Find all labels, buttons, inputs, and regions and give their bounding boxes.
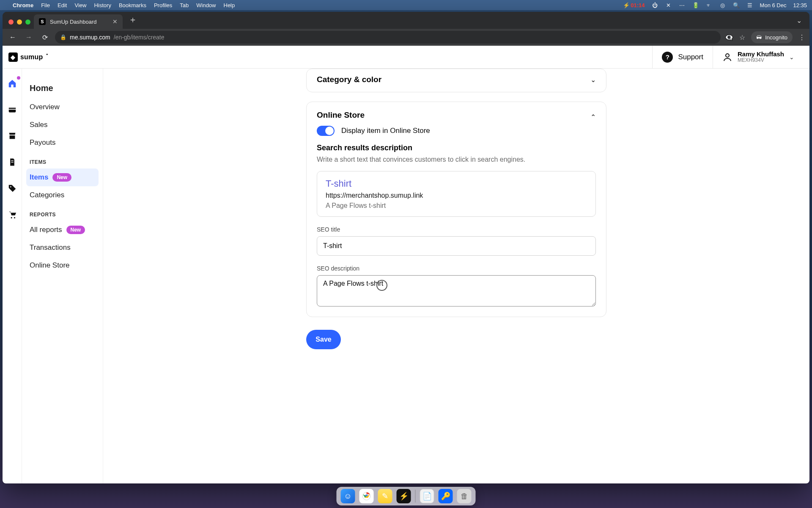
seo-title-input[interactable] [317,236,596,256]
dock-notes-icon[interactable]: ✎ [378,489,392,503]
browser-toolbar: ← → ⟳ 🔒 me.sumup.com/en-gb/items/create … [3,29,809,46]
svg-point-2 [11,217,12,218]
save-button[interactable]: Save [306,330,341,349]
logo-text: sumup [20,53,43,61]
sidebar: Home Overview Sales Payouts ITEMS Items … [22,69,103,483]
dock-textedit-icon[interactable]: 📄 [420,489,434,503]
address-bar[interactable]: 🔒 me.sumup.com/en-gb/items/create [55,31,721,44]
sidebar-item-all-reports[interactable]: All reports New [26,221,99,239]
sidebar-label-online-store: Online Store [30,261,70,270]
control-center-icon[interactable]: ☰ [746,2,753,8]
incognito-label: Incognito [765,34,787,41]
menu-view[interactable]: View [74,2,86,8]
menu-help[interactable]: Help [224,2,235,8]
rail-home-icon[interactable] [7,78,18,89]
sidebar-item-payouts[interactable]: Payouts [26,134,99,152]
dock-terminal-icon[interactable]: ⚡ [397,489,411,503]
display-item-toggle[interactable] [317,126,335,136]
new-tab-button[interactable]: ＋ [123,14,143,29]
nav-back-button[interactable]: ← [7,31,19,43]
browser-window: S SumUp Dashboard ✕ ＋ ⌄ ← → ⟳ 🔒 me.sumup… [3,12,809,483]
sidebar-item-online-store[interactable]: Online Store [26,257,99,274]
battery-time-indicator[interactable]: ⚡01:14 [623,2,645,8]
chevron-up-icon[interactable]: ⌃ [590,113,596,121]
sidebar-item-items[interactable]: Items New [26,168,99,186]
brand-logo[interactable]: ◆ sumup• [8,52,47,62]
window-zoom-button[interactable] [25,19,30,25]
menu-profiles[interactable]: Profiles [154,2,172,8]
menubar-date[interactable]: Mon 6 Dec [760,2,787,8]
wifi-icon[interactable]: ᯤ [706,2,713,8]
sidebar-item-categories[interactable]: Categories [26,186,99,204]
browser-menu-button[interactable]: ⋮ [798,33,805,41]
incognito-icon: 🕶 [756,34,762,41]
account-menu[interactable]: Ramy Khuffash MEXH934V ⌄ [713,46,804,68]
sidebar-item-sales[interactable]: Sales [26,116,99,134]
window-minimize-button[interactable] [17,19,22,25]
chevron-down-icon: ⌄ [789,54,794,61]
account-name: Ramy Khuffash [738,50,784,58]
menu-app-name[interactable]: Chrome [13,2,33,8]
dock-chrome-icon[interactable] [359,489,374,503]
sync-icon[interactable]: ◎ [719,2,726,8]
seo-description-input[interactable] [317,275,596,306]
sidebar-item-overview[interactable]: Overview [26,98,99,116]
rail-store-icon[interactable] [7,130,18,141]
badge-new: New [66,226,85,234]
app-header: ◆ sumup• ? Support Ramy Khuffash MEXH934… [3,46,809,69]
card-title-online-store: Online Store [317,110,365,120]
menu-edit[interactable]: Edit [58,2,67,8]
incognito-badge[interactable]: 🕶 Incognito [751,31,793,43]
url-host: me.sumup.com [70,34,110,41]
battery-status-icon[interactable]: 🔋 [692,2,699,8]
rail-wallet-icon[interactable] [7,104,18,115]
menu-tab[interactable]: Tab [180,2,189,8]
tab-close-icon[interactable]: ✕ [112,18,118,25]
dock-1password-icon[interactable]: 🔑 [439,489,453,503]
tabs-menu-button[interactable]: ⌄ [792,17,806,29]
display-menu-icon[interactable]: ⋯ [679,2,686,8]
sidebar-heading-items: ITEMS [26,152,99,168]
sidebar-label-items: Items [30,173,48,182]
support-button[interactable]: ? Support [652,46,713,68]
menu-file[interactable]: File [41,2,50,8]
lock-icon[interactable]: 🔒 [60,34,66,40]
sidebar-item-home[interactable]: Home [26,78,99,98]
fast-toggle-icon[interactable]: ⏻ [652,2,658,8]
seo-title-label: SEO title [317,226,596,233]
user-icon [722,52,732,62]
tools-icon[interactable]: ✕ [665,2,672,8]
browser-tab[interactable]: S SumUp Dashboard ✕ [34,14,123,29]
dock-finder-icon[interactable]: ☺ [341,489,355,503]
tab-strip: S SumUp Dashboard ✕ ＋ ⌄ [3,12,809,29]
chevron-down-icon: ⌄ [590,76,596,84]
spotlight-icon[interactable]: 🔍 [733,2,740,8]
menu-bookmarks[interactable]: Bookmarks [119,2,146,8]
window-controls [6,19,34,29]
tracking-off-icon[interactable]: 👁‍🗨 [725,33,733,41]
badge-new: New [52,173,71,182]
menu-history[interactable]: History [94,2,111,8]
card-category-color[interactable]: Category & color ⌄ [306,69,606,92]
card-online-store: Online Store ⌃ Display item in Online St… [306,102,606,317]
display-item-toggle-label: Display item in Online Store [341,127,430,135]
dock-separator [415,490,416,502]
bookmark-star-icon[interactable]: ☆ [739,33,745,41]
search-description-hint: Write a short text that convinces custom… [317,156,596,163]
rail-tag-icon[interactable] [7,183,18,194]
rail-cart-icon[interactable] [7,209,18,220]
window-close-button[interactable] [8,19,14,25]
menu-window[interactable]: Window [196,2,216,8]
tab-favicon: S [39,18,46,25]
rail-invoice-icon[interactable] [7,157,18,168]
search-preview-title: T-shirt [326,178,587,189]
sidebar-item-transactions[interactable]: Transactions [26,239,99,257]
sidebar-label-all-reports: All reports [30,226,62,234]
mac-menubar: Chrome File Edit View History Bookmarks … [0,0,812,10]
menubar-clock[interactable]: 12:35 [793,2,807,8]
sidebar-heading-reports: REPORTS [26,204,99,221]
nav-reload-button[interactable]: ⟳ [39,31,51,43]
main-content[interactable]: Category & color ⌄ Online Store ⌃ Displa… [103,69,809,483]
svg-point-3 [14,217,15,218]
dock-trash-icon[interactable]: 🗑 [457,489,472,503]
